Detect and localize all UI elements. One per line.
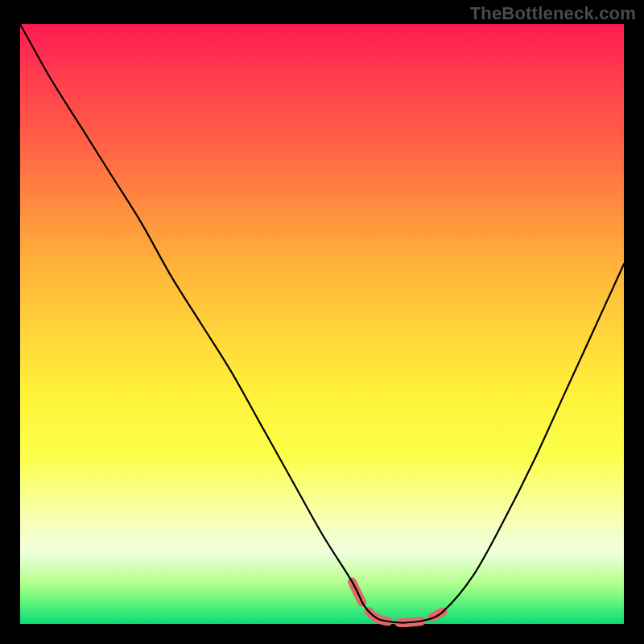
plot-area <box>20 24 624 624</box>
watermark-text: TheBottleneck.com <box>470 3 636 24</box>
optimal-range-highlight <box>353 582 444 623</box>
curve-svg <box>20 24 624 624</box>
chart-frame: TheBottleneck.com <box>0 0 644 644</box>
bottleneck-curve <box>20 24 624 623</box>
